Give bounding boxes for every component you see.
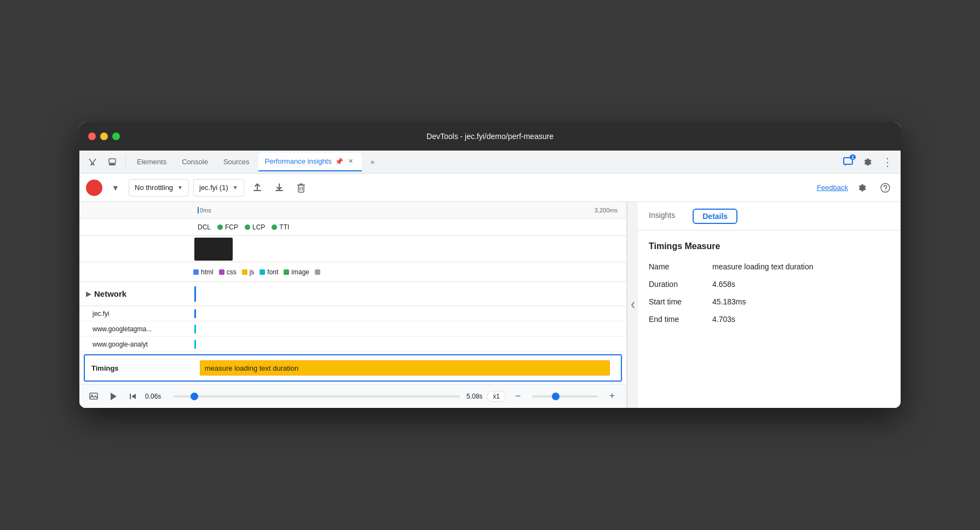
- screenshot-track: [189, 236, 626, 262]
- screenshot-thumbnail: [194, 238, 233, 261]
- record-dropdown-icon[interactable]: ▼: [107, 179, 124, 197]
- fcp-dot: [217, 224, 223, 230]
- main-content: 0ms 3,200ms DCL FCP LCP: [79, 202, 901, 408]
- tab-bar: Elements Console Sources Performance ins…: [79, 151, 901, 174]
- more-options-icon[interactable]: ⋮: [879, 153, 896, 171]
- resource-track-ga: [189, 337, 626, 352]
- timeline-cursor: [198, 207, 199, 214]
- legend-css: css: [219, 268, 237, 276]
- start-time-display: 0.06s: [145, 393, 167, 400]
- record-button[interactable]: [86, 180, 102, 196]
- playback-thumb[interactable]: [191, 393, 198, 400]
- ruler-track: 0ms 3,200ms: [193, 207, 622, 214]
- throttling-dropdown[interactable]: No throttling ▼: [129, 179, 189, 197]
- expand-arrow-icon[interactable]: ▶: [86, 290, 91, 298]
- tab-performance-insights[interactable]: Performance insights 📌 ✕: [258, 153, 362, 171]
- detail-value-start: 45.183ms: [712, 297, 746, 306]
- minimize-button[interactable]: [100, 132, 108, 140]
- zoom-slider[interactable]: [532, 395, 598, 398]
- tab-console[interactable]: Console: [175, 153, 215, 171]
- zoom-out-icon[interactable]: −: [510, 389, 526, 404]
- toolbar: ▼ No throttling ▼ jec.fyi (1) ▼: [79, 174, 901, 202]
- resource-row-jec: jec.fyi: [79, 306, 626, 321]
- resource-bar-jec: [194, 309, 196, 318]
- panel-collapse-button[interactable]: [627, 202, 638, 408]
- tab-sources[interactable]: Sources: [217, 153, 256, 171]
- help-icon[interactable]: [877, 179, 894, 197]
- tab-details[interactable]: Details: [693, 209, 737, 224]
- time-start-label: 0ms: [200, 207, 211, 214]
- window-title: DevTools - jec.fyi/demo/perf-measure: [426, 132, 554, 141]
- badge: 1: [850, 154, 856, 160]
- legend-image: image: [284, 268, 309, 276]
- network-label[interactable]: ▶ Network: [79, 289, 189, 298]
- screenshot-view-icon[interactable]: [86, 389, 101, 404]
- dock-icon[interactable]: [103, 153, 121, 171]
- other-color-box: [315, 269, 320, 275]
- settings-gear-icon[interactable]: [854, 179, 871, 197]
- legend-html: html: [193, 268, 214, 276]
- pin-icon: 📌: [335, 158, 343, 165]
- css-color-box: [219, 269, 224, 275]
- dcl-marker: DCL: [198, 223, 211, 231]
- lcp-marker: LCP: [245, 223, 265, 231]
- right-panel-tabs: Insights Details: [638, 202, 901, 231]
- html-color-box: [193, 269, 199, 275]
- timings-row[interactable]: Timings measure loading text duration: [84, 354, 622, 382]
- speed-selector[interactable]: x1: [487, 391, 506, 402]
- resource-row-gtm: www.googletagma...: [79, 321, 626, 337]
- settings-icon[interactable]: [859, 153, 877, 171]
- detail-value-name: measure loading text duration: [712, 262, 813, 271]
- tab-close-icon[interactable]: ✕: [347, 157, 355, 166]
- resource-track-jec: [189, 306, 626, 321]
- network-section-header: ▶ Network: [79, 282, 626, 306]
- zoom-in-icon[interactable]: +: [604, 389, 620, 404]
- legend-font: font: [260, 268, 278, 276]
- inspect-icon[interactable]: [84, 153, 101, 171]
- delete-icon[interactable]: [292, 179, 310, 197]
- lcp-dot: [245, 224, 250, 230]
- session-dropdown[interactable]: jec.fyi (1) ▼: [193, 179, 244, 197]
- download-icon[interactable]: [270, 179, 288, 197]
- close-button[interactable]: [88, 132, 96, 140]
- zoom-thumb[interactable]: [552, 393, 560, 400]
- right-panel: Insights Details Timings Measure Name me…: [638, 202, 901, 408]
- fcp-marker: FCP: [217, 223, 238, 231]
- detail-key-duration: Duration: [649, 280, 704, 289]
- play-icon[interactable]: [106, 389, 121, 404]
- chat-icon[interactable]: 1: [839, 153, 857, 171]
- legend-js: js: [242, 268, 255, 276]
- toolbar-right: Feedback: [817, 179, 894, 197]
- resource-bar-ga: [194, 340, 196, 349]
- detail-value-end: 4.703s: [712, 315, 735, 324]
- detail-value-duration: 4.658s: [712, 280, 735, 289]
- legend-row: html css js font: [79, 262, 626, 282]
- timings-row-inner: Timings measure loading text duration: [85, 355, 621, 381]
- timings-bar[interactable]: measure loading text duration: [200, 360, 610, 376]
- tab-more[interactable]: »: [364, 153, 381, 171]
- playback-slider[interactable]: [174, 395, 460, 398]
- feedback-link[interactable]: Feedback: [817, 183, 848, 192]
- titlebar: DevTools - jec.fyi/demo/perf-measure: [79, 122, 901, 151]
- screenshot-row: [79, 236, 626, 262]
- detail-row-duration: Duration 4.658s: [649, 280, 890, 289]
- tab-insights[interactable]: Insights: [649, 211, 675, 222]
- svg-rect-1: [109, 164, 116, 165]
- detail-key-start: Start time: [649, 297, 704, 306]
- network-track: [189, 282, 626, 306]
- upload-icon[interactable]: [249, 179, 266, 197]
- end-time-display: 5.08s: [466, 393, 482, 400]
- tab-elements[interactable]: Elements: [130, 153, 173, 171]
- image-color-box: [284, 269, 289, 275]
- legend-track: html css js font: [189, 262, 626, 281]
- maximize-button[interactable]: [112, 132, 120, 140]
- tabbar-right: 1 ⋮: [839, 153, 896, 171]
- skip-to-start-icon[interactable]: [125, 389, 141, 404]
- detail-row-start: Start time 45.183ms: [649, 297, 890, 306]
- detail-row-end: End time 4.703s: [649, 315, 890, 324]
- ruler-row: 0ms 3,200ms: [79, 202, 626, 218]
- resource-track-gtm: [189, 321, 626, 336]
- svg-point-3: [881, 183, 890, 192]
- js-color-box: [242, 269, 247, 275]
- svg-point-4: [885, 189, 886, 191]
